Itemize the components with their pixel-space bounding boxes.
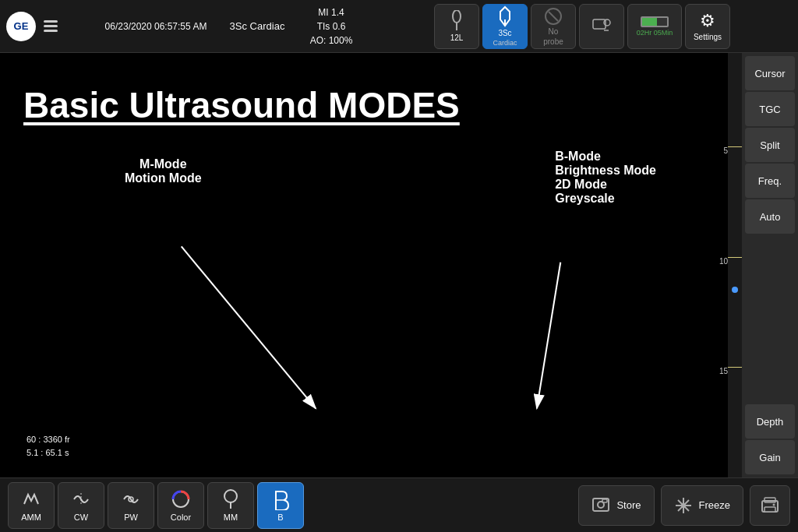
probe-12l-button[interactable]: 12L — [434, 4, 479, 49]
main-area: Basic Ultrasound MODES M-Mode Motion Mod… — [0, 53, 798, 477]
pw-icon — [120, 488, 142, 510]
store-button[interactable]: Store — [578, 485, 654, 526]
mmode-annotation: M-Mode Motion Mode — [125, 157, 202, 185]
topbar: GE 06/23/2020 06:57:55 AM 3Sc Cardiac MI… — [0, 0, 798, 53]
battery-indicator — [641, 16, 669, 27]
ruler-label-5: 5 — [723, 146, 728, 155]
svg-point-6 — [604, 19, 610, 26]
svg-rect-26 — [764, 507, 775, 512]
ruler-label-15: 15 — [719, 367, 728, 375]
patient-button[interactable] — [579, 4, 624, 49]
right-actions: Store Freeze — [578, 485, 790, 526]
status-info: 60 : 3360 fr 5.1 : 65.1 s — [26, 433, 70, 459]
amm-button[interactable]: AMM — [8, 482, 55, 529]
mm-icon — [220, 488, 242, 510]
cursor-button[interactable]: Cursor — [745, 56, 795, 90]
depth-ruler: 5 10 15 — [728, 53, 742, 477]
ruler-tick-15 — [728, 367, 742, 368]
print-icon — [759, 495, 781, 516]
no-probe-icon — [544, 7, 563, 26]
bottombar: AMM CW PW Color — [0, 477, 798, 532]
mi-display: MI 1.4 TIs 0.6 AO: 100% — [296, 5, 366, 48]
ruler-tick-10 — [728, 257, 742, 258]
svg-point-13 — [224, 490, 237, 502]
probe-3sc-button[interactable]: 3Sc Cardiac — [482, 4, 528, 49]
tgc-button[interactable]: TGC — [745, 92, 795, 126]
mode-buttons: AMM CW PW Color — [8, 482, 304, 529]
color-icon — [170, 488, 192, 510]
menu-button[interactable] — [41, 17, 61, 35]
probe-icon — [446, 10, 468, 32]
slide-content: Basic Ultrasound MODES M-Mode Motion Mod… — [0, 53, 742, 477]
right-sidebar: Cursor TGC Split Freq. Auto Depth Gain — [742, 53, 798, 477]
freeze-button[interactable]: Freeze — [661, 485, 743, 526]
datetime-display: 06/23/2020 06:57:55 AM — [94, 21, 218, 32]
bmode-annotation: B-Mode Brightness Mode 2D Mode Greyscale — [555, 150, 656, 206]
auto-button[interactable]: Auto — [745, 199, 795, 234]
battery-button[interactable]: 02Hr 05Min — [627, 4, 682, 49]
split-button[interactable]: Split — [745, 128, 795, 162]
topbar-left: GE — [0, 12, 94, 41]
ruler-label-10: 10 — [719, 257, 728, 266]
probe-active-icon — [494, 5, 516, 27]
slide-annotations: M-Mode Motion Mode B-Mode Brightness Mod… — [23, 150, 719, 462]
svg-line-4 — [549, 12, 558, 21]
no-probe-button[interactable]: No probe — [531, 4, 576, 49]
svg-point-27 — [773, 503, 775, 506]
svg-line-9 — [537, 262, 560, 409]
svg-point-23 — [681, 503, 686, 508]
svg-rect-18 — [602, 499, 607, 502]
mm-button[interactable]: MM — [207, 482, 254, 529]
svg-point-0 — [453, 10, 461, 23]
svg-rect-16 — [593, 499, 609, 511]
settings-button[interactable]: ⚙ Settings — [685, 4, 730, 49]
cw-icon — [70, 488, 92, 510]
b-button[interactable]: B — [257, 482, 304, 529]
depth-marker — [732, 287, 738, 293]
svg-line-8 — [182, 246, 316, 408]
pw-button[interactable]: PW — [108, 482, 154, 529]
svg-rect-5 — [593, 19, 606, 29]
b-icon — [270, 488, 291, 510]
amm-icon — [20, 488, 42, 510]
cw-button[interactable]: CW — [58, 482, 104, 529]
depth-button[interactable]: Depth — [745, 404, 795, 439]
ruler-tick-5 — [728, 146, 742, 147]
freq-button[interactable]: Freq. — [745, 164, 795, 198]
print-button[interactable] — [750, 485, 790, 526]
gain-button[interactable]: Gain — [745, 440, 795, 474]
probe-info-display: 3Sc Cardiac — [218, 20, 296, 32]
ge-logo: GE — [6, 12, 36, 41]
slide-title: Basic Ultrasound MODES — [23, 84, 460, 126]
patient-icon — [591, 16, 612, 37]
topbar-probe-buttons: 12L 3Sc Cardiac No probe — [366, 4, 798, 49]
gear-icon: ⚙ — [700, 11, 715, 31]
color-button[interactable]: Color — [157, 482, 204, 529]
store-icon — [591, 496, 610, 515]
freeze-icon — [674, 496, 693, 515]
slide-panel: Basic Ultrasound MODES M-Mode Motion Mod… — [0, 53, 742, 477]
